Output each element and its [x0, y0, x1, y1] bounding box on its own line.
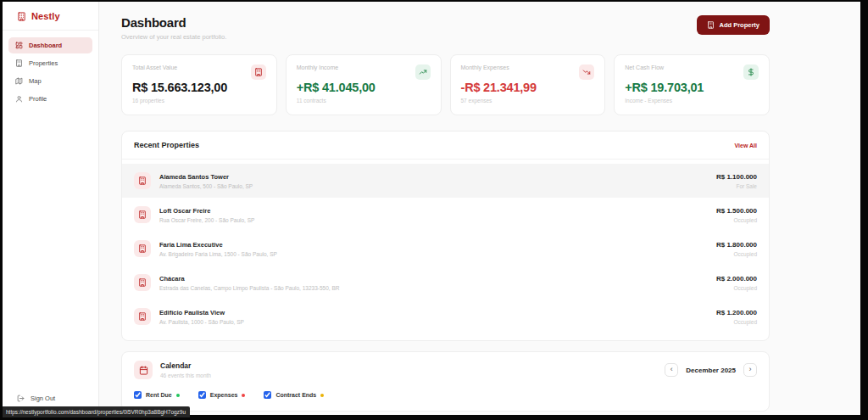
legend-label: Contract Ends	[275, 392, 316, 398]
sidebar-item-profile[interactable]: Profile	[8, 91, 92, 107]
property-address: Av. Paulista, 1000 - São Paulo, SP	[159, 319, 716, 325]
building-icon	[251, 64, 266, 80]
stat-value: +R$ 19.703,01	[625, 81, 759, 94]
sign-out-label: Sign Out	[31, 395, 55, 402]
stat-footnote: 16 properties	[132, 98, 266, 104]
stat-card-monthly-income: Monthly Income +R$ 41.045,00 11 contract…	[286, 54, 442, 115]
sidebar-item-label: Map	[29, 77, 42, 85]
calendar-legend: Rent Due Expenses Contract Ends	[122, 386, 769, 411]
sign-out-button[interactable]: Sign Out	[3, 390, 98, 406]
property-name: Chácara	[159, 275, 716, 283]
calendar-icon	[134, 361, 153, 379]
expenses-dot	[242, 394, 245, 397]
stat-value: -R$ 21.341,99	[461, 81, 595, 94]
expenses-checkbox[interactable]	[198, 391, 206, 399]
building-icon	[707, 21, 715, 29]
dollar-icon	[743, 64, 759, 80]
building-icon	[134, 308, 151, 325]
sidebar-item-label: Profile	[29, 95, 47, 103]
rent-due-checkbox[interactable]	[134, 391, 142, 399]
rent-due-dot	[176, 394, 180, 397]
sidebar-item-map[interactable]: Map	[8, 73, 92, 89]
property-status: Occupied	[716, 285, 757, 291]
property-row-edificio-paulista-view[interactable]: Edifício Paulista View Av. Paulista, 100…	[122, 300, 769, 333]
property-row-faria-lima-executive[interactable]: Faria Lima Executive Av. Brigadeiro Fari…	[122, 232, 769, 266]
stat-footnote: Income - Expenses	[625, 98, 759, 104]
property-address: Estrada das Canelas, Campo Limpo Paulist…	[159, 285, 716, 291]
property-status: Occupied	[716, 217, 757, 223]
screenshot-frame: Nestly Dashboard Properties Map Profile	[0, 0, 868, 420]
property-name: Faria Lima Executive	[159, 241, 716, 249]
trending-up-icon	[415, 64, 431, 80]
stat-footnote: 57 expenses	[461, 98, 595, 104]
property-row-loft-oscar-freire[interactable]: Loft Oscar Freire Rua Oscar Freire, 200 …	[122, 198, 769, 232]
stat-value: R$ 15.663.123,00	[132, 81, 266, 94]
main-area: Dashboard Overview of your real estate p…	[99, 2, 860, 415]
calendar-panel: Calendar 46 events this month ‹ December…	[121, 351, 770, 412]
page-subtitle: Overview of your real estate portfolio.	[121, 33, 226, 41]
stat-label: Net Cash Flow	[625, 64, 664, 70]
dashboard-grid-icon	[15, 42, 23, 49]
property-status: Occupied	[716, 251, 757, 257]
view-all-link[interactable]: View All	[735, 143, 757, 148]
property-row-alameda-santos-tower[interactable]: Alameda Santos Tower Alameda Santos, 500…	[122, 164, 769, 198]
add-property-label: Add Property	[719, 21, 760, 29]
calendar-prev-button[interactable]: ‹	[665, 363, 678, 377]
brand-name: Nestly	[31, 11, 60, 21]
stat-label: Total Asset Value	[132, 64, 177, 70]
contract-ends-checkbox[interactable]	[264, 391, 271, 399]
person-icon	[15, 95, 23, 103]
property-price: R$ 2.000.000	[716, 275, 757, 283]
property-status: Occupied	[716, 319, 757, 325]
app-window: Nestly Dashboard Properties Map Profile	[3, 2, 860, 415]
calendar-subtitle: 46 events this month	[160, 372, 211, 378]
property-address: Av. Brigadeiro Faria Lima, 1500 - São Pa…	[159, 251, 716, 257]
stat-cards: Total Asset Value R$ 15.663.123,00 16 pr…	[121, 54, 770, 115]
link-preview-status-bar: https://nestlyportfolio.com/dashboard/pr…	[3, 406, 190, 417]
property-name: Alameda Santos Tower	[159, 173, 716, 181]
legend-item-rent-due: Rent Due	[134, 391, 180, 399]
sidebar-item-properties[interactable]: Properties	[8, 55, 92, 71]
stat-label: Monthly Expenses	[461, 64, 509, 70]
property-price: R$ 1.500.000	[716, 207, 757, 215]
sidebar-item-label: Dashboard	[29, 42, 62, 49]
legend-label: Rent Due	[146, 392, 172, 398]
property-price: R$ 1.100.000	[716, 173, 757, 181]
property-status: For Sale	[716, 183, 757, 189]
recent-properties-title: Recent Properties	[134, 141, 199, 149]
stat-card-total-asset-value: Total Asset Value R$ 15.663.123,00 16 pr…	[121, 54, 277, 115]
sidebar-menu: Dashboard Properties Map Profile	[3, 31, 98, 114]
building-icon	[134, 172, 151, 189]
contract-ends-dot	[320, 394, 324, 397]
trending-down-icon	[579, 64, 594, 80]
property-name: Edifício Paulista View	[159, 309, 716, 316]
page-title: Dashboard	[121, 15, 226, 30]
brand[interactable]: Nestly	[3, 2, 98, 31]
legend-item-contract-ends: Contract Ends	[264, 391, 324, 399]
calendar-title: Calendar	[160, 361, 211, 370]
calendar-next-button[interactable]: ›	[743, 363, 757, 377]
building-icon	[134, 274, 151, 291]
recent-properties-panel: Recent Properties View All Alameda Santo…	[121, 131, 770, 341]
property-list: Alameda Santos Tower Alameda Santos, 500…	[122, 160, 769, 340]
property-name: Loft Oscar Freire	[159, 207, 716, 215]
building-icon	[134, 240, 151, 257]
log-out-icon	[17, 395, 25, 402]
property-row-chacara[interactable]: Chácara Estrada das Canelas, Campo Limpo…	[122, 266, 769, 300]
stat-footnote: 11 contracts	[297, 98, 431, 104]
property-price: R$ 1.200.000	[716, 309, 757, 316]
sidebar-item-dashboard[interactable]: Dashboard	[8, 37, 92, 53]
page-header: Dashboard Overview of your real estate p…	[121, 15, 770, 41]
stat-value: +R$ 41.045,00	[297, 81, 431, 94]
property-address: Alameda Santos, 500 - São Paulo, SP	[159, 183, 716, 189]
sidebar: Nestly Dashboard Properties Map Profile	[3, 2, 99, 415]
sidebar-item-label: Properties	[29, 59, 58, 67]
legend-label: Expenses	[210, 392, 238, 398]
add-property-button[interactable]: Add Property	[697, 15, 770, 35]
property-address: Rua Oscar Freire, 200 - São Paulo, SP	[159, 217, 716, 223]
stat-card-net-cash-flow: Net Cash Flow +R$ 19.703,01 Income - Exp…	[614, 54, 770, 115]
stat-label: Monthly Income	[297, 64, 338, 70]
building-icon	[15, 59, 23, 67]
property-price: R$ 1.800.000	[716, 241, 757, 249]
calendar-month-label: December 2025	[686, 367, 736, 374]
